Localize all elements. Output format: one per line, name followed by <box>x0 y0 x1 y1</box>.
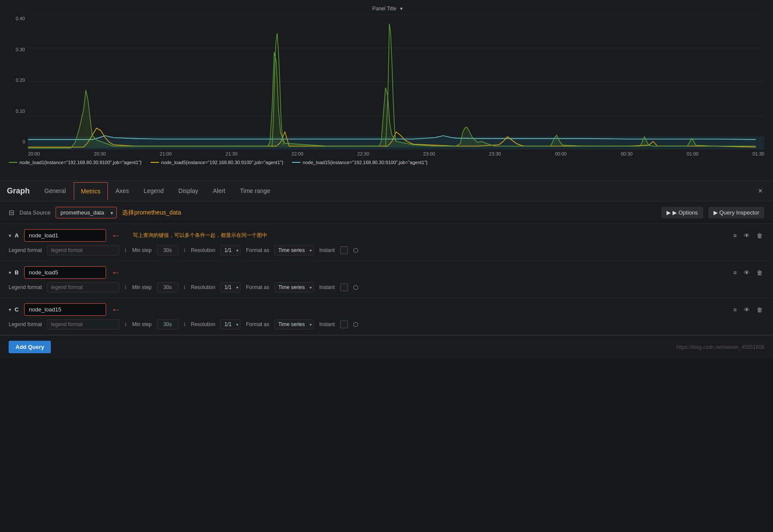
legend-color-load5 <box>150 162 159 163</box>
legend-format-info-a: ℹ <box>125 247 127 253</box>
min-step-info-a: ℹ <box>184 247 186 253</box>
x-label-2300: 23:00 <box>423 151 435 156</box>
min-step-info-b: ℹ <box>184 284 186 290</box>
x-label-2130: 21:30 <box>225 151 238 156</box>
query-a-arrow: ← <box>111 230 121 241</box>
query-b-input[interactable] <box>24 266 106 279</box>
min-step-label-c: Min step <box>132 321 151 327</box>
query-a-letter: A <box>15 232 21 239</box>
y-axis-label-4: 0.40 <box>9 16 25 21</box>
instant-check-c[interactable] <box>340 320 348 328</box>
legend-item-load5: node_load5{instance="192.168.80.30:9100"… <box>150 160 284 165</box>
query-c-input[interactable] <box>24 303 106 316</box>
datasource-label: Data Source <box>19 209 50 216</box>
query-c-actions: ≡ 👁 🗑 <box>732 305 764 314</box>
resolution-select-c[interactable]: 1/1 1/2 <box>220 319 241 330</box>
query-b-collapse[interactable]: ▾ <box>9 270 11 276</box>
panel-title-arrow[interactable]: ▾ <box>400 6 403 12</box>
instant-label-a: Instant <box>319 247 335 253</box>
resolution-select-wrap-b: 1/1 1/2 <box>220 282 241 292</box>
tab-display[interactable]: Display <box>172 182 205 200</box>
legend-format-info-b: ℹ <box>125 284 127 290</box>
y-axis-label-3: 0.30 <box>9 47 25 52</box>
query-row-b: ▾ B ← ≡ 👁 🗑 Legend format ℹ Min step ℹ R… <box>0 261 773 298</box>
options-button[interactable]: ▶ ▶ Options <box>661 207 703 218</box>
tab-metrics[interactable]: Metrics <box>74 182 108 200</box>
close-panel-button[interactable]: × <box>754 183 766 199</box>
legend-item-load1: node_load1{instance="192.168.80.30:9100"… <box>9 160 142 165</box>
instant-check-b[interactable] <box>340 283 348 291</box>
min-step-label-b: Min step <box>132 284 151 290</box>
min-step-input-b[interactable] <box>157 282 178 292</box>
x-axis: 20:00 20:30 21:00 21:30 22:00 22:30 23:0… <box>28 151 764 156</box>
query-a-menu-btn[interactable]: ≡ <box>732 231 739 240</box>
resolution-select-a[interactable]: 1/1 1/2 1/3 <box>220 245 241 255</box>
legend-format-label-b: Legend format <box>9 284 42 290</box>
x-label-2330: 23:30 <box>489 151 501 156</box>
chart-panel: Panel Title ▾ 0 0.10 0.20 0.30 0.40 <box>0 0 773 181</box>
instant-check-a[interactable] <box>340 246 348 254</box>
instant-label-c: Instant <box>319 321 335 327</box>
options-label: ▶ Options <box>673 209 698 216</box>
export-btn-a[interactable]: ⬡ <box>353 247 358 254</box>
panel-type-label: Graph <box>7 187 30 196</box>
tab-alert[interactable]: Alert <box>206 182 232 200</box>
datasource-select[interactable]: prometheus_data <box>56 207 117 218</box>
format-select-c[interactable]: Time series Table <box>274 319 314 330</box>
legend-label-load5: node_load5{instance="192.168.80.30:9100"… <box>161 160 284 165</box>
chart-legend: node_load1{instance="192.168.80.30:9100"… <box>9 156 764 168</box>
legend-label-load1: node_load1{instance="192.168.80.30:9100"… <box>19 160 142 165</box>
query-a-collapse[interactable]: ▾ <box>9 233 11 239</box>
options-arrow-icon: ▶ <box>667 209 671 216</box>
tab-legend[interactable]: Legend <box>137 182 171 200</box>
tab-axes[interactable]: Axes <box>109 182 136 200</box>
query-b-arrow: ← <box>111 267 121 278</box>
legend-color-load15 <box>292 162 300 163</box>
resolution-label-a: Resolution <box>191 247 216 253</box>
query-b-delete-btn[interactable]: 🗑 <box>755 268 764 277</box>
x-label-2200: 22:00 <box>291 151 304 156</box>
tab-time-range[interactable]: Time range <box>233 182 277 200</box>
query-c-delete-btn[interactable]: 🗑 <box>755 305 764 314</box>
query-c-eye-btn[interactable]: 👁 <box>742 305 751 314</box>
query-c-collapse[interactable]: ▾ <box>9 307 11 313</box>
chart-svg <box>28 14 764 149</box>
query-c-menu-btn[interactable]: ≡ <box>732 305 739 314</box>
resolution-label-c: Resolution <box>191 321 216 327</box>
query-a-input[interactable] <box>24 229 106 242</box>
datasource-select-wrap: prometheus_data <box>56 207 117 218</box>
query-b-eye-btn[interactable]: 👁 <box>742 268 751 277</box>
legend-format-input-c[interactable] <box>47 319 119 330</box>
query-row-c: ▾ C ← ≡ 👁 🗑 Legend format ℹ Min step ℹ R… <box>0 298 773 335</box>
x-label-2000: 20:00 <box>28 151 40 156</box>
query-a-delete-btn[interactable]: 🗑 <box>755 231 764 240</box>
format-select-wrap-b: Time series Table <box>274 282 314 292</box>
resolution-select-b[interactable]: 1/1 1/2 <box>220 282 241 292</box>
legend-format-input-a[interactable] <box>47 245 119 255</box>
min-step-input-a[interactable] <box>157 245 178 255</box>
export-btn-b[interactable]: ⬡ <box>353 284 358 291</box>
y-axis-label-2: 0.20 <box>9 78 25 83</box>
tabs-bar: Graph General Metrics Axes Legend Displa… <box>0 181 773 202</box>
queries-section: ▾ A ← 写上查询的键值，可以多个条件一起，都显示在同一个图中 ≡ 👁 🗑 L… <box>0 224 773 335</box>
add-query-button[interactable]: Add Query <box>9 341 51 353</box>
export-btn-c[interactable]: ⬡ <box>353 321 358 328</box>
query-b-menu-btn[interactable]: ≡ <box>732 268 739 277</box>
database-icon: ⊟ <box>9 208 14 217</box>
panel-title: Panel Title <box>372 6 396 12</box>
format-select-wrap-c: Time series Table <box>274 319 314 330</box>
legend-item-load15: node_load15{instance="192.168.80.30:9100… <box>292 160 428 165</box>
datasource-note: 选择prometheus_data <box>122 209 656 217</box>
format-select-b[interactable]: Time series Table <box>274 282 314 292</box>
min-step-input-c[interactable] <box>157 319 178 330</box>
query-inspector-button[interactable]: ▶ Query Inspector <box>708 207 765 218</box>
x-label-0030: 00:30 <box>621 151 633 156</box>
query-a-eye-btn[interactable]: 👁 <box>742 231 751 240</box>
format-select-a[interactable]: Time series Table Heatmap <box>274 245 314 255</box>
query-a-options: Legend format ℹ Min step ℹ Resolution 1/… <box>9 245 764 255</box>
legend-format-input-b[interactable] <box>47 282 119 292</box>
x-label-2230: 22:30 <box>357 151 369 156</box>
tab-general[interactable]: General <box>38 182 73 200</box>
query-b-letter: B <box>15 269 21 276</box>
resolution-label-b: Resolution <box>191 284 216 290</box>
